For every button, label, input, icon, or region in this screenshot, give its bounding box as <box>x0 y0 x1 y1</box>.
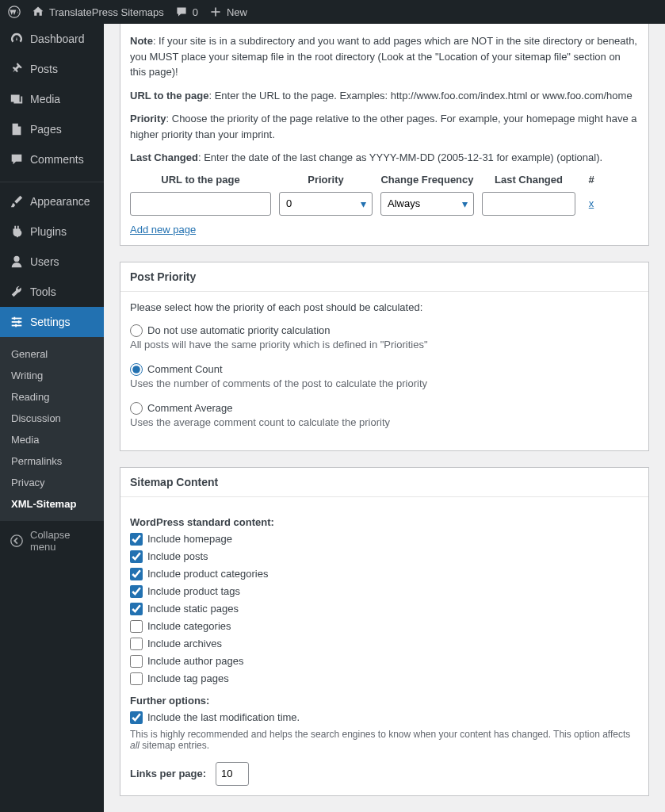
content-label-1[interactable]: Include posts <box>147 550 208 562</box>
content-checkbox-6[interactable] <box>130 638 143 650</box>
wp-logo[interactable] <box>8 6 21 18</box>
header-url: URL to the page <box>130 174 271 186</box>
header-priority: Priority <box>279 174 373 186</box>
menu-item-users[interactable]: Users <box>0 247 104 277</box>
menu-item-pages[interactable]: Pages <box>0 114 104 144</box>
collapse-label: Collapse menu <box>30 529 94 553</box>
content-label-6[interactable]: Include archives <box>147 638 222 649</box>
content-checkbox-4[interactable] <box>130 603 143 615</box>
svg-rect-2 <box>12 318 22 320</box>
content-label-8[interactable]: Include tag pages <box>147 672 229 684</box>
menu-label: Pages <box>30 123 62 136</box>
menu-item-posts[interactable]: Posts <box>0 54 104 84</box>
menu-item-comments[interactable]: Comments <box>0 144 104 174</box>
priority-select[interactable]: 0 <box>279 192 373 216</box>
changed-input[interactable] <box>482 192 575 216</box>
help-text: Note: If your site is in a subdirectory … <box>130 33 639 166</box>
comments-link[interactable]: 0 <box>175 6 198 18</box>
collapse-icon <box>10 534 24 548</box>
priority-radio-1[interactable] <box>130 363 143 376</box>
add-new-page-link[interactable]: Add new page <box>130 224 196 236</box>
submenu-item-reading[interactable]: Reading <box>0 386 104 408</box>
submenu-item-privacy[interactable]: Privacy <box>0 472 104 493</box>
settings-icon <box>10 315 24 329</box>
submenu-item-writing[interactable]: Writing <box>0 365 104 386</box>
links-per-page-input[interactable] <box>216 762 249 786</box>
comment-icon <box>10 152 24 167</box>
priority-radio-2[interactable] <box>130 402 143 415</box>
post-priority-intro: Please select how the priority of each p… <box>130 301 639 313</box>
menu-label: Posts <box>30 63 58 75</box>
media-icon <box>10 92 24 106</box>
submenu-item-permalinks[interactable]: Permalinks <box>0 450 104 472</box>
menu-item-dashboard[interactable]: Dashboard <box>0 24 104 54</box>
svg-rect-5 <box>13 317 15 320</box>
menu-item-media[interactable]: Media <box>0 84 104 114</box>
menu-item-plugins[interactable]: Plugins <box>0 216 104 247</box>
content-checkbox-0[interactable] <box>130 533 143 546</box>
new-label: New <box>227 6 247 18</box>
priority-option-1[interactable]: Comment Count <box>130 363 639 376</box>
content-label-4[interactable]: Include static pages <box>147 603 239 615</box>
additional-pages-panel: Note: If your site is in a subdirectory … <box>120 24 649 246</box>
header-hash: # <box>583 174 599 186</box>
submenu-item-media[interactable]: Media <box>0 429 104 450</box>
menu-item-appearance[interactable]: Appearance <box>0 186 104 216</box>
admin-sidebar: DashboardPostsMediaPagesCommentsAppearan… <box>0 24 104 812</box>
content-label-3[interactable]: Include product tags <box>147 585 240 597</box>
priority-option-0[interactable]: Do not use automatic priority calculatio… <box>130 324 639 337</box>
svg-point-1 <box>13 256 19 262</box>
priority-option-2[interactable]: Comment Average <box>130 402 639 415</box>
submenu-item-general[interactable]: General <box>0 343 104 365</box>
priority-desc-2: Uses the average comment count to calcul… <box>130 416 639 428</box>
standard-content-header: WordPress standard content: <box>130 516 639 528</box>
menu-label: Media <box>30 93 60 105</box>
header-freq: Change Frequency <box>380 174 474 186</box>
delete-row-link[interactable]: x <box>589 197 594 209</box>
svg-rect-3 <box>12 321 22 323</box>
site-name: TranslatePress Sitemaps <box>49 6 164 18</box>
content-label-2[interactable]: Include product categories <box>147 568 268 580</box>
pages-table-header: URL to the page Priority Change Frequenc… <box>130 174 639 186</box>
content-checkbox-5[interactable] <box>130 620 143 633</box>
modtime-hint: This is highly recommended and helps the… <box>130 729 639 751</box>
header-changed: Last Changed <box>482 174 575 186</box>
sitemap-content-panel: Sitemap Content WordPress standard conte… <box>120 467 649 796</box>
page-icon <box>10 122 24 136</box>
content-checkbox-7[interactable] <box>130 655 143 668</box>
wrench-icon <box>10 285 24 299</box>
svg-rect-6 <box>18 320 20 324</box>
further-options-header: Further options: <box>130 695 639 707</box>
brush-icon <box>10 194 24 209</box>
plugin-icon <box>10 224 24 239</box>
freq-select[interactable]: Always <box>380 192 474 216</box>
menu-label: Tools <box>30 285 56 298</box>
menu-item-settings[interactable]: Settings <box>0 307 104 337</box>
modtime-checkbox[interactable] <box>130 711 143 724</box>
content-checkbox-3[interactable] <box>130 585 143 598</box>
sitemap-content-title: Sitemap Content <box>120 468 648 497</box>
post-priority-title: Post Priority <box>120 262 648 292</box>
submenu-item-xml-sitemap[interactable]: XML-Sitemap <box>0 493 104 515</box>
menu-label: Dashboard <box>30 33 85 45</box>
url-input[interactable] <box>130 192 271 216</box>
content-checkbox-8[interactable] <box>130 672 143 685</box>
content-checkbox-2[interactable] <box>130 568 143 580</box>
comment-icon <box>175 6 188 18</box>
menu-label: Users <box>30 255 59 268</box>
site-link[interactable]: TranslatePress Sitemaps <box>32 6 164 18</box>
content-checkbox-1[interactable] <box>130 550 143 563</box>
collapse-menu[interactable]: Collapse menu <box>0 521 104 561</box>
modtime-label[interactable]: Include the last modification time. <box>147 711 300 723</box>
menu-item-tools[interactable]: Tools <box>0 277 104 307</box>
dashboard-icon <box>10 32 24 46</box>
content-label-5[interactable]: Include categories <box>147 620 231 632</box>
priority-radio-0[interactable] <box>130 324 143 337</box>
content-label-0[interactable]: Include homepage <box>147 533 232 545</box>
content-label-7[interactable]: Include author pages <box>147 655 243 667</box>
new-link[interactable]: New <box>209 6 247 18</box>
submenu-item-discussion[interactable]: Discussion <box>0 408 104 429</box>
plus-icon <box>209 6 222 18</box>
pin-icon <box>10 62 24 76</box>
svg-point-8 <box>11 535 22 546</box>
